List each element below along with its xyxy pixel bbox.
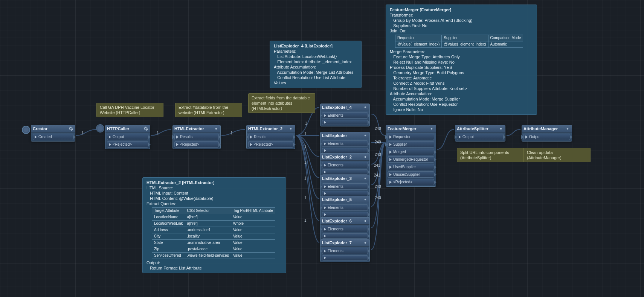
port-created[interactable]: Created <box>33 134 73 140</box>
port-supplier[interactable]: Supplier <box>388 141 434 148</box>
node-title: ListExploder_7 <box>322 241 352 245</box>
edge-count: 1 <box>304 132 307 136</box>
port-usedsup[interactable]: UsedSupplier <box>388 164 434 170</box>
creator-icon <box>22 126 32 135</box>
edge-count: 1 <box>304 196 307 200</box>
edge-count: 1 <box>305 121 307 125</box>
annotation-htmlext2: Extract fields from the datatable elemen… <box>248 93 315 113</box>
tooltip-featuremerger: FeatureMerger [FeatureMerger] Transforme… <box>386 5 537 115</box>
port-elements[interactable]: Elements <box>322 140 368 147</box>
gear-icon[interactable] <box>363 218 368 224</box>
listexploder_6-node[interactable]: ListExploder_6Elements <box>320 217 370 240</box>
httpcaller-icon <box>96 124 104 133</box>
gear-icon[interactable] <box>363 154 368 160</box>
edge-count: 1 <box>304 160 307 164</box>
port-elements[interactable]: Elements <box>322 183 368 190</box>
edge-count: 240 <box>375 126 381 131</box>
port-results[interactable]: Results <box>174 134 219 140</box>
port-unmerged[interactable]: UnmergedRequestor <box>388 156 434 163</box>
edge-count: 240 <box>375 196 381 200</box>
node-title: ListExploder_2 <box>322 155 352 159</box>
port-rejected[interactable] <box>322 191 368 196</box>
htmlext2-title: HTMLExtractor_2 <box>248 126 282 131</box>
gear-icon[interactable] <box>363 133 368 138</box>
htmlext-title: HTMLExtractor <box>174 126 204 131</box>
listexploder_2-node[interactable]: ListExploder_2Elements <box>320 153 370 176</box>
listexploder_3-node[interactable]: ListExploder_3Elements <box>320 175 370 198</box>
tooltip-htmlextractor2: HTMLExtractor_2 [HTMLExtractor] HTML Sou… <box>142 177 286 273</box>
node-title: ListExploder_6 <box>322 219 352 223</box>
port-rejected[interactable]: <Rejected> <box>388 179 434 185</box>
featuremerger-title: FeatureMerger <box>388 126 416 131</box>
gear-icon[interactable] <box>288 126 293 131</box>
htmlextractor2-node[interactable]: HTMLExtractor_2 Results <Rejected> <box>246 125 295 149</box>
edge-count: 241 <box>374 173 380 177</box>
port-elements[interactable]: Elements <box>322 112 368 119</box>
gear-icon[interactable] <box>363 197 368 202</box>
gear-icon[interactable] <box>363 240 368 245</box>
port-results[interactable]: Results <box>248 134 293 140</box>
edge-count: 240 <box>375 152 381 157</box>
gear-icon[interactable] <box>429 126 434 131</box>
port-rejected[interactable] <box>322 233 368 239</box>
edge-count: 1 <box>304 145 307 149</box>
node-title: ListExploder_3 <box>322 176 352 181</box>
attributemanager-node[interactable]: AttributeManager Output <box>522 125 572 142</box>
port-rejected[interactable] <box>322 120 368 125</box>
tooltip-listexploder4: ListExploder_4 [ListExploder] Parameters… <box>270 41 362 88</box>
node-title: ListExploder_5 <box>322 197 352 202</box>
edge-count: 1 <box>304 176 307 180</box>
node-title: ListExploder <box>322 133 347 138</box>
edge-count: 1 <box>304 218 307 222</box>
gear-icon[interactable] <box>363 105 368 110</box>
port-elements[interactable]: Elements <box>322 204 368 211</box>
port-output[interactable]: Output <box>457 134 504 140</box>
edge-count: 1 <box>157 131 159 135</box>
listexploder-node[interactable]: ListExploderElements <box>320 132 370 155</box>
gear-icon[interactable] <box>498 126 504 131</box>
port-output[interactable]: Output <box>523 134 570 140</box>
edge-count: 241 <box>374 163 380 168</box>
port-elements[interactable]: Elements <box>322 162 368 168</box>
edge-count: 240 <box>375 184 381 189</box>
htmlextractor-node[interactable]: HTMLExtractor Results <Rejected> <box>172 125 221 149</box>
featuremerger-node[interactable]: FeatureMerger Requestor Supplier Merged … <box>386 125 436 187</box>
port-output[interactable]: Output <box>107 134 148 140</box>
listexploder_4-node[interactable]: ListExploder_4Elements <box>320 104 370 126</box>
annotation-attrmanager: Clean up data (AttributeManager) <box>523 148 591 162</box>
am-title: AttributeManager <box>523 126 558 131</box>
port-rejected[interactable] <box>322 255 368 260</box>
as-title: AttributeSplitter <box>457 126 488 131</box>
gear-icon[interactable] <box>143 126 148 131</box>
port-rejected[interactable]: <Rejected> <box>174 141 219 148</box>
edge-count: 1 <box>81 131 84 135</box>
port-rejected[interactable] <box>322 212 368 217</box>
port-rejected[interactable]: <Rejected> <box>248 141 293 148</box>
port-rejected[interactable] <box>322 148 368 153</box>
attributesplitter-node[interactable]: AttributeSplitter Output <box>455 125 505 142</box>
node-title: ListExploder_4 <box>322 105 352 110</box>
port-merged[interactable]: Merged <box>388 149 434 155</box>
creator-node[interactable]: Creator Created <box>31 125 75 142</box>
edge-count: 240 <box>375 140 381 144</box>
gear-icon[interactable] <box>68 126 73 131</box>
creator-title: Creator <box>33 126 47 131</box>
edge-count: 1 <box>230 131 233 135</box>
port-elements[interactable]: Elements <box>322 248 368 254</box>
annotation-httpcaller: Call GA DPH Vaccine Locator Website (HTT… <box>96 103 163 117</box>
port-requestor[interactable]: Requestor <box>388 134 434 140</box>
port-rejected[interactable]: <Rejected> <box>107 141 148 148</box>
annotation-attrsplitter: Split URL into components (AttributeSpli… <box>457 148 524 162</box>
gear-icon[interactable] <box>565 126 570 131</box>
port-rejected[interactable] <box>322 169 368 175</box>
port-elements[interactable]: Elements <box>322 226 368 232</box>
gear-icon[interactable] <box>214 126 219 131</box>
httpcaller-node[interactable]: HTTPCaller Output <Rejected> <box>105 125 150 149</box>
gear-icon[interactable] <box>363 176 368 181</box>
listexploder_5-node[interactable]: ListExploder_5Elements <box>320 196 370 219</box>
annotation-htmlext1: Extract #datatable from the website (HTM… <box>175 103 242 117</box>
port-unusedsup[interactable]: UnusedSupplier <box>388 171 434 178</box>
httpcaller-title: HTTPCaller <box>107 126 129 131</box>
listexploder_7-node[interactable]: ListExploder_7Elements <box>320 239 370 262</box>
